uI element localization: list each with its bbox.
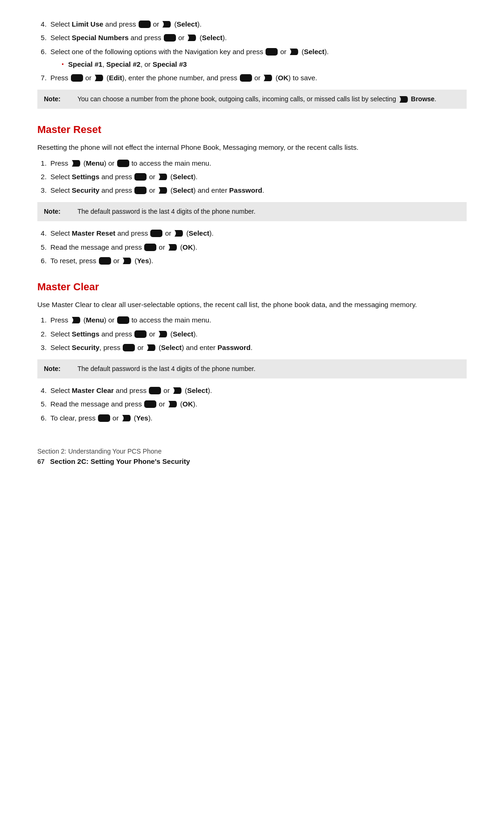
select-label-mr4: Select (189, 229, 209, 237)
note-label-1: Note: (44, 94, 71, 104)
edit-label: Edit (109, 74, 122, 82)
btn-icon-mc1 (117, 316, 129, 324)
softkey-icon-mc2 (158, 330, 168, 338)
security-label-mr: Security (72, 186, 99, 194)
settings-label-mr: Settings (72, 173, 99, 181)
softkey-icon-mc6 (121, 414, 132, 422)
footer-section-label: Section 2: Understanding Your PCS Phone (37, 447, 467, 456)
menu-button-icon-7a (71, 74, 83, 82)
select-label-mc3: Select (161, 343, 182, 351)
menu-button-icon (139, 21, 151, 28)
note-label-mc: Note: (44, 364, 71, 374)
softkey-icon-mr3 (158, 186, 168, 195)
note-box-mc: Note: The default password is the last 4… (37, 359, 467, 378)
footer-bold-line: Section 2C: Setting Your Phone's Securit… (50, 457, 190, 465)
ok-label-7: OK (278, 74, 289, 82)
step-4: Select Limit Use and press or (Select). (49, 19, 467, 29)
master-clear-steps-1: Press (Menu) or to access the main menu.… (49, 315, 467, 353)
note-label-mr: Note: (44, 207, 71, 217)
menu-label-mr1: Menu (86, 159, 104, 167)
softkey-icon-mc3 (146, 343, 156, 352)
password-label-mc: Password (217, 343, 251, 351)
select-label-5: Select (202, 34, 223, 42)
master-reset-title: Master Reset (37, 122, 467, 137)
mc-step-5: Read the message and press or (OK). (49, 399, 467, 409)
btn-icon-mr4 (150, 230, 162, 237)
softkey-icon-mc4 (172, 386, 182, 395)
mr-step-6: To reset, press or (Yes). (49, 255, 467, 266)
step-7: Press or (Edit), enter the phone number,… (49, 72, 467, 83)
softkey-icon-mr5 (168, 243, 178, 252)
menu-label-mc1: Menu (86, 316, 104, 324)
mr-step-1: Press (Menu) or to access the main menu. (49, 158, 467, 168)
master-clear-intro: Use Master Clear to clear all user-selec… (37, 299, 467, 310)
ok-label-mr5: OK (182, 243, 193, 251)
btn-icon-mr6 (99, 257, 111, 265)
master-clear-section: Master Clear Use Master Clear to clear a… (37, 279, 467, 423)
yes-label-mr6: Yes (137, 257, 149, 265)
btn-icon-mc3 (123, 344, 135, 351)
master-reset-intro: Resetting the phone will not effect the … (37, 142, 467, 153)
mc-step-2: Select Settings and press or (Select). (49, 329, 467, 339)
master-reset-label: Master Reset (72, 229, 115, 237)
special1-label: Special #1 (68, 60, 102, 68)
password-label-mr: Password (229, 186, 262, 194)
mr-step-4: Select Master Reset and press or (Select… (49, 228, 467, 238)
intro-steps-list: Select Limit Use and press or (Select). … (49, 19, 467, 83)
note-box-1: Note: You can choose a number from the p… (37, 90, 467, 109)
page-footer: Section 2: Understanding Your PCS Phone … (37, 442, 467, 467)
softkey-icon-note1 (399, 95, 409, 104)
btn-icon-mr3 (134, 187, 147, 194)
btn-icon-mr1 (117, 160, 129, 167)
btn-icon-mc6 (98, 414, 110, 422)
master-clear-label: Master Clear (72, 386, 114, 394)
btn-icon-mc4 (149, 387, 161, 394)
softkey-icon (161, 20, 172, 28)
master-clear-title: Master Clear (37, 279, 467, 294)
bullet-special: Special #1, Special #2, or Special #3 (62, 59, 467, 70)
page-content: Select Limit Use and press or (Select). … (37, 19, 467, 467)
browse-label: Browse (411, 95, 435, 103)
master-reset-steps-2: Select Master Reset and press or (Select… (49, 228, 467, 266)
softkey-icon-mr2 (158, 173, 168, 181)
softkey-icon-7a (94, 74, 104, 82)
special3-label: Special #3 (153, 60, 187, 68)
select-label-mc4: Select (187, 386, 208, 394)
master-reset-section: Master Reset Resetting the phone will no… (37, 122, 467, 266)
btn-icon-mr5 (144, 244, 156, 251)
select-label-6: Select (304, 48, 324, 56)
footer-page-number: 67 (37, 458, 45, 465)
special-numbers-bullet-list: Special #1, Special #2, or Special #3 (62, 59, 467, 70)
note-text-mr: The default password is the last 4 digit… (77, 207, 460, 217)
select-label-mr2: Select (173, 173, 193, 181)
mc-step-6: To clear, press or (Yes). (49, 413, 467, 423)
select-label-4: Select (176, 20, 197, 28)
note-box-mr: Note: The default password is the last 4… (37, 202, 467, 221)
softkey-icon-mc5 (168, 400, 178, 408)
note-text-mc: The default password is the last 4 digit… (77, 364, 460, 374)
softkey-icon-mr1 (71, 159, 81, 168)
special-numbers-label: Special Numbers (72, 34, 129, 42)
mc-step-1: Press (Menu) or to access the main menu. (49, 315, 467, 325)
step-6: Select one of the following options with… (49, 46, 467, 70)
menu-button-icon-6 (266, 48, 278, 56)
softkey-icon-6 (289, 48, 299, 56)
softkey-icon-mr6 (122, 257, 132, 265)
mr-step-3: Select Security and press or (Select) an… (49, 185, 467, 196)
mc-step-3: Select Security, press or (Select) and e… (49, 342, 467, 353)
yes-label-mc6: Yes (136, 414, 148, 422)
softkey-icon-mr4 (174, 229, 184, 238)
softkey-icon-mc1 (71, 316, 81, 324)
note-text-1: You can choose a number from the phone b… (77, 94, 460, 104)
footer-page-line: 67 Section 2C: Setting Your Phone's Secu… (37, 456, 467, 467)
ok-label-mc5: OK (182, 400, 193, 408)
special2-label: Special #2 (106, 60, 140, 68)
softkey-icon-7b (263, 74, 273, 82)
step-5: Select Special Numbers and press or (Sel… (49, 32, 467, 43)
security-label-mc: Security (72, 343, 99, 351)
master-reset-steps-1: Press (Menu) or to access the main menu.… (49, 158, 467, 196)
select-label-mr3: Select (173, 186, 193, 194)
mr-step-5: Read the message and press or (OK). (49, 242, 467, 252)
softkey-icon-5 (187, 34, 197, 42)
mc-step-4: Select Master Clear and press or (Select… (49, 385, 467, 396)
